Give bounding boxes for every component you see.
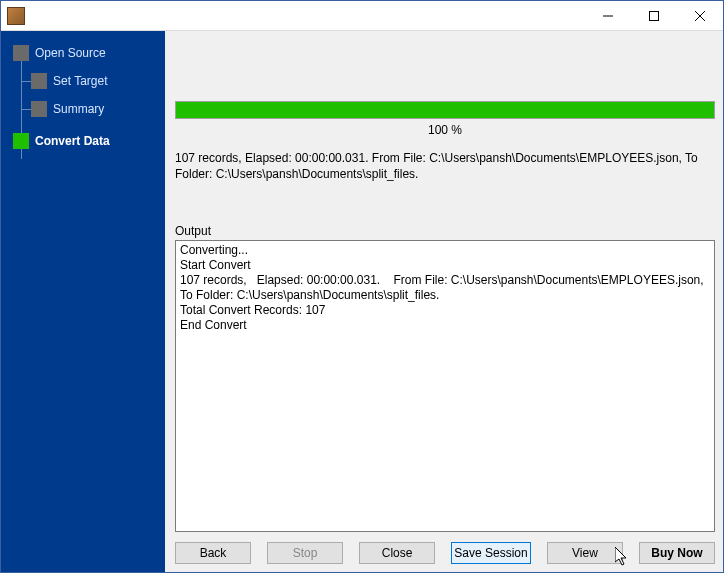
maximize-icon xyxy=(649,11,659,21)
minimize-icon xyxy=(603,11,613,21)
sidebar-item-label: Open Source xyxy=(35,46,106,60)
output-textbox[interactable] xyxy=(175,240,715,532)
main-panel: 100 % 107 records, Elapsed: 00:00:00.031… xyxy=(165,31,723,572)
close-window-button[interactable] xyxy=(677,1,723,31)
stop-button[interactable]: Stop xyxy=(267,542,343,564)
app-icon xyxy=(7,7,25,25)
sidebar-item-set-target[interactable]: Set Target xyxy=(1,67,165,95)
sidebar-item-label: Summary xyxy=(53,102,104,116)
back-button[interactable]: Back xyxy=(175,542,251,564)
titlebar xyxy=(1,1,723,31)
buy-now-button[interactable]: Buy Now xyxy=(639,542,715,564)
sidebar-item-open-source[interactable]: Open Source xyxy=(1,39,165,67)
sidebar-item-label: Convert Data xyxy=(35,134,110,148)
window-body: Open Source Set Target Summary Convert D… xyxy=(1,31,723,572)
maximize-button[interactable] xyxy=(631,1,677,31)
button-row: Back Stop Close Save Session View Buy No… xyxy=(175,532,715,564)
minimize-button[interactable] xyxy=(585,1,631,31)
app-window: Open Source Set Target Summary Convert D… xyxy=(0,0,724,573)
step-box-icon xyxy=(13,133,29,149)
step-box-icon xyxy=(31,73,47,89)
sidebar-item-convert-data[interactable]: Convert Data xyxy=(1,127,165,155)
step-box-icon xyxy=(13,45,29,61)
progress-percent: 100 % xyxy=(175,123,715,137)
sidebar-item-summary[interactable]: Summary xyxy=(1,95,165,123)
save-session-button[interactable]: Save Session xyxy=(451,542,531,564)
close-icon xyxy=(695,11,705,21)
sidebar-item-label: Set Target xyxy=(53,74,107,88)
progress-bar xyxy=(175,101,715,119)
progress-area: 100 % xyxy=(175,39,715,137)
svg-rect-1 xyxy=(650,11,659,20)
step-box-icon xyxy=(31,101,47,117)
view-button[interactable]: View xyxy=(547,542,623,564)
output-label: Output xyxy=(175,224,715,238)
close-button[interactable]: Close xyxy=(359,542,435,564)
sidebar: Open Source Set Target Summary Convert D… xyxy=(1,31,165,572)
conversion-summary: 107 records, Elapsed: 00:00:00.031. From… xyxy=(175,151,715,182)
